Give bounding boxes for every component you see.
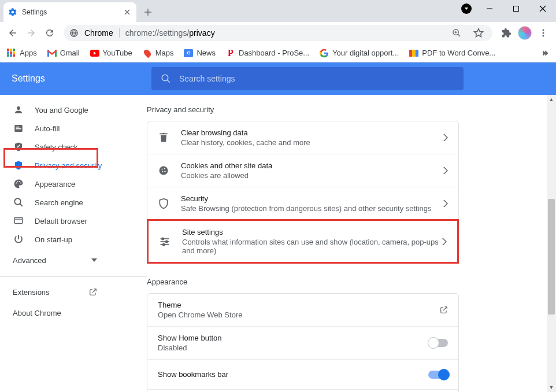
row-title: Site settings: [182, 228, 442, 236]
bookmark-gmail[interactable]: Gmail: [47, 49, 80, 58]
sidebar-item-safety-check[interactable]: Safety check: [0, 138, 139, 156]
search-icon: [13, 197, 24, 208]
google-g-icon: [320, 49, 329, 58]
sidebar-item-appearance[interactable]: Appearance: [0, 175, 139, 193]
address-bar[interactable]: Chrome chrome://settings/privacy: [64, 25, 492, 41]
sidebar-item-label: Privacy and security: [35, 161, 102, 170]
autofill-icon: [13, 123, 24, 134]
close-window-button[interactable]: [529, 0, 556, 17]
window-controls: [476, 0, 556, 17]
chrome-menu-button[interactable]: [535, 25, 551, 41]
bookmark-label: Your digital opport...: [332, 49, 399, 57]
sidebar-divider: [0, 276, 147, 277]
sidebar-item-search-engine[interactable]: Search engine: [0, 193, 139, 212]
svg-marker-18: [545, 50, 548, 56]
row-subtitle: Disabled: [158, 343, 428, 352]
pinterest-icon: P: [226, 49, 235, 58]
sidebar-item-privacy-security[interactable]: Privacy and security: [0, 156, 139, 175]
maps-icon: [143, 49, 152, 58]
svg-point-27: [19, 181, 20, 182]
toggle-show-bookmarks[interactable]: [428, 371, 448, 379]
apps-label: Apps: [20, 49, 37, 57]
row-clear-browsing-data[interactable]: Clear browsing data Clear history, cooki…: [147, 121, 458, 154]
bookmark-label: YouTube: [103, 49, 132, 57]
profile-avatar[interactable]: [517, 25, 533, 41]
sidebar-item-default-browser[interactable]: Default browser: [0, 212, 139, 230]
svg-point-38: [164, 168, 165, 169]
row-subtitle: Cookies are allowed: [181, 171, 443, 180]
url-scheme-label: Chrome: [84, 28, 113, 38]
sidebar-about-chrome[interactable]: About Chrome: [0, 302, 110, 323]
bookmark-youtube[interactable]: YouTube: [90, 49, 132, 58]
external-link-icon: [440, 306, 448, 314]
gear-icon: [8, 8, 17, 17]
news-icon: G: [184, 49, 193, 58]
tab-strip: Settings: [0, 0, 556, 22]
trash-icon: [158, 132, 170, 143]
bookmark-maps[interactable]: Maps: [143, 49, 174, 58]
sidebar-item-on-startup[interactable]: On start-up: [0, 230, 139, 249]
bookmark-news[interactable]: G News: [184, 49, 216, 58]
bookmark-digital[interactable]: Your digital opport...: [320, 49, 399, 58]
svg-marker-13: [475, 29, 483, 37]
search-input[interactable]: [179, 74, 454, 83]
svg-point-36: [160, 167, 168, 175]
bookmark-dashboard[interactable]: P Dashboard - ProSe...: [226, 49, 309, 58]
svg-point-19: [162, 75, 168, 81]
profile-menu-button[interactable]: [461, 3, 472, 14]
sidebar-item-autofill[interactable]: Auto-fill: [0, 119, 139, 138]
site-info-icon[interactable]: [69, 28, 79, 38]
bookmark-label: Dashboard - ProSe...: [239, 49, 309, 57]
sidebar-extensions-link[interactable]: Extensions: [0, 282, 110, 302]
extensions-button[interactable]: [498, 25, 514, 41]
svg-marker-34: [91, 258, 97, 262]
bookmarks-overflow-button[interactable]: [540, 49, 549, 58]
apps-button[interactable]: Apps: [7, 49, 37, 58]
row-cookies[interactable]: Cookies and other site data Cookies are …: [147, 154, 458, 187]
svg-marker-41: [443, 167, 448, 174]
row-title: Show bookmarks bar: [158, 370, 428, 379]
url-text: chrome://settings/privacy: [125, 28, 215, 38]
svg-line-30: [20, 204, 23, 206]
appearance-card: Theme Open Chrome Web Store Show Home bu…: [147, 293, 459, 392]
forward-button[interactable]: [23, 25, 39, 41]
new-tab-button[interactable]: [140, 4, 156, 20]
svg-marker-42: [443, 200, 448, 207]
settings-title: Settings: [0, 73, 147, 84]
sidebar-advanced-toggle[interactable]: Advanced: [0, 249, 110, 272]
svg-line-20: [167, 80, 170, 83]
sidebar-item-you-and-google[interactable]: You and Google: [0, 101, 139, 119]
safety-icon: [13, 142, 24, 152]
chevron-right-icon: [443, 134, 448, 141]
vertical-scrollbar[interactable]: ▲ ▼: [547, 95, 556, 392]
reload-button[interactable]: [42, 25, 58, 41]
close-tab-button[interactable]: [123, 8, 132, 17]
search-settings-box[interactable]: [151, 67, 464, 90]
advanced-label: Advanced: [13, 256, 46, 265]
scroll-down-button[interactable]: ▼: [547, 383, 556, 392]
scroll-thumb[interactable]: [548, 199, 555, 315]
row-title: Security: [181, 194, 443, 203]
bookmark-pdf[interactable]: PDF to Word Conve...: [409, 49, 495, 58]
bookmark-star-button[interactable]: [470, 25, 487, 41]
svg-point-14: [543, 29, 544, 31]
toggle-show-home[interactable]: [428, 339, 448, 347]
maximize-button[interactable]: [503, 0, 529, 17]
svg-point-37: [161, 168, 162, 169]
zoom-icon[interactable]: [448, 25, 465, 41]
browser-tab-settings[interactable]: Settings: [3, 2, 136, 22]
svg-point-46: [162, 238, 164, 239]
youtube-icon: [90, 49, 99, 58]
row-security[interactable]: Security Safe Browsing (protection from …: [147, 187, 458, 220]
bookmark-label: Maps: [155, 49, 174, 57]
settings-content: You and Google Auto-fill Safety check Pr…: [0, 95, 556, 392]
row-site-settings[interactable]: Site settings Controls what information …: [147, 219, 459, 264]
sidebar-item-label: Appearance: [35, 180, 75, 188]
minimize-button[interactable]: [476, 0, 503, 17]
back-button[interactable]: [5, 25, 21, 41]
pdf-icon: [409, 49, 418, 58]
sidebar-item-label: Auto-fill: [35, 124, 60, 133]
row-theme[interactable]: Theme Open Chrome Web Store: [147, 294, 458, 326]
scroll-up-button[interactable]: ▲: [547, 95, 556, 104]
bookmarks-bar: Apps Gmail YouTube Maps G News P Dashboa…: [0, 44, 556, 62]
